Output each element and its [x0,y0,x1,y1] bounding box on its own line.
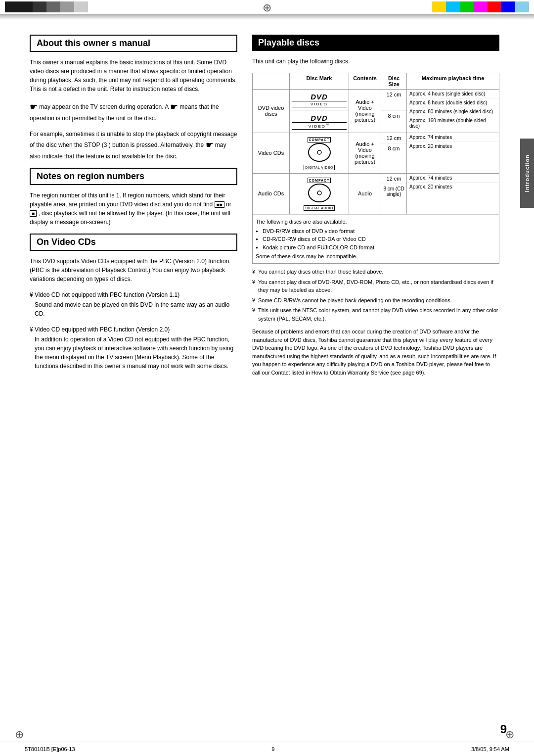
video-text-small: VIDEO™ [292,122,347,130]
note-item-4: This unit uses the NTSC color system, an… [252,306,499,323]
hand-icon-3: ☛ [206,140,214,150]
dvd-times-cell: Approx. 4 hours (single sided disc) Appr… [407,90,499,133]
sidebar-label-text: Introduction [524,154,530,192]
acd-logo: COMPACT DIGITAL AUDIO [304,177,335,211]
note-item-3: Some CD-R/RWs cannot be played back depe… [252,296,499,305]
footer-left-text: 5T80101B [E]p06-13 [25,746,75,752]
color-swatch-lightblue [515,1,529,12]
about-title: About this owner s manual [37,38,150,48]
acd-size-8cm: 8 cm (CD single) [381,184,406,199]
dvd-contents: Audio + Video (moving pictures) [349,90,381,133]
top-crosshair-icon: ⊕ [263,1,271,14]
color-swatch-cyan [446,1,460,12]
acd-size-12cm: 12 cm [381,174,406,184]
col-header-time: Maximum playback time [407,73,499,89]
color-swatch-red [488,1,501,12]
color-swatch-yellow [432,1,446,12]
dvd-text-large: DVD [292,93,347,101]
dvd-marks-cell: DVD VIDEO DVD VIDEO™ [290,90,349,133]
hand-icon-2: ☛ [170,102,178,112]
acd-contents: Audio [349,174,381,214]
sidebar-introduction: Introduction [520,139,534,208]
footer-right-text: 3/8/05, 9:54 AM [471,746,509,752]
vcd-size-12cm: 12 cm [381,133,406,143]
color-swatch-magenta [474,1,488,12]
disc-circle-vcd [304,142,335,164]
col-header-size: Disc Size [381,73,407,89]
note-item-1: You cannot play discs other than those l… [252,268,499,276]
col-header-empty [253,73,290,89]
right-column: Playable discs This unit can play the fo… [252,35,499,378]
dvd-size-8cm: 8 cm [381,111,406,132]
about-section-header: About this owner s manual [30,35,237,52]
vcd-time-1: Approx. 74 minutes [407,133,499,142]
disc-row-dvd: DVD video discs DVD VIDEO DVD VIDEO™ Aud… [253,90,499,133]
playable-title: Playable discs [258,38,319,47]
region-icon-2: ■ [30,210,37,217]
notes-body: The region number of this unit is 1. If … [30,191,237,227]
left-column: About this owner s manual This owner s m… [30,35,237,378]
video-cd-item-1: ¥ Video CD not equipped with PBC functio… [30,290,237,318]
vcd-times-cell: Approx. 74 minutes Approx. 20 minutes [407,133,499,173]
disc-table: Disc Mark Contents Disc Size Maximum pla… [252,73,499,264]
col-header-contents: Contents [349,73,381,89]
color-swatch-medgray [46,1,60,12]
acd-times-cell: Approx. 74 minutes Approx. 20 minutes [407,174,499,214]
about-body3: For example, sometimes it is unable to s… [30,130,237,161]
video-cd-item1-title: ¥ Video CD not equipped with PBC functio… [30,290,237,299]
about-body2: ☛ may appear on the TV screen during ope… [30,100,237,123]
vcd-sizes-cell: 12 cm 8 cm [381,133,407,173]
gradient-divider [0,14,534,20]
dvd-sizes-cell: 12 cm 8 cm [381,90,407,133]
on-video-body1: This DVD supports Video CDs equipped wit… [30,257,237,284]
footer: 5T80101B [E]p06-13 9 3/8/05, 9:54 AM [0,742,534,756]
digital-audio-label: DIGITAL AUDIO [304,205,335,211]
footer-center-text: 9 [271,746,274,752]
about-body1: This owner s manual explains the basic i… [30,58,237,94]
svg-point-2 [309,184,330,202]
main-content: About this owner s manual This owner s m… [0,20,534,392]
color-swatch-blue [501,1,515,12]
video-text-large: VIDEO [292,101,347,107]
notes-title: Notes on region numbers [37,171,144,181]
vcd-logo: COMPACT DIGITAL VIDEO [304,136,335,170]
vcd-contents: Audio + Video (moving pictures) [349,133,381,173]
svg-point-0 [309,143,330,161]
disc-row-vcd: Video CDs COMPACT DIGITAL VIDEO [253,133,499,174]
digital-video-label: DIGITAL VIDEO [304,165,335,170]
acd-time-1: Approx. 74 minutes [407,174,499,183]
color-swatch-black1 [5,1,19,12]
on-video-section-header: On Video CDs [30,234,237,251]
acd-row-label: Audio CDs [253,174,290,214]
available-list: DVD-R/RW discs of DVD video format CD-R/… [256,227,496,252]
vcd-size-8cm: 8 cm [381,143,406,153]
playable-section-header: Playable discs [252,35,499,51]
dvd-time-4: Approx. 160 minutes (double sided disc) [407,116,499,130]
video-cd-item1-body: Sound and movie can be played on this DV… [30,300,237,318]
note-item-2: You cannot play discs of DVD-RAM, DVD-RO… [252,278,499,294]
acd-time-2: Approx. 20 minutes [407,183,499,191]
video-cd-item2-title: ¥ Video CD equipped with PBC function (V… [30,325,237,334]
playable-intro: This unit can play the following discs. [252,57,499,66]
disc-table-header: Disc Mark Contents Disc Size Maximum pla… [253,73,499,90]
playable-notes-list: You cannot play discs other than those l… [252,268,499,323]
on-video-title: On Video CDs [37,237,96,247]
video-cd-item2-body: In addition to operation of a Video CD n… [30,335,237,371]
dvd-logo-large: DVD VIDEO [290,90,349,111]
avail-item-2: CD-R/CD-RW discs of CD-DA or Video CD [256,235,496,243]
color-swatch-darkgray [33,1,46,12]
vcd-time-2: Approx. 20 minutes [407,142,499,150]
avail-item-3: Kodak picture CD and FUJICOLOR CD format [256,243,496,252]
dvd-logo-small: DVD VIDEO™ [290,111,349,133]
dvd-time-2: Approx. 8 hours (double sided disc) [407,98,499,107]
dvd-time-3: Approx. 80 minutes (single sided disc) [407,107,499,116]
color-swatch-white [74,1,88,12]
dvd-row-label: DVD video discs [253,90,290,133]
col-header-disc-mark: Disc Mark [290,73,349,89]
color-swatch-lightgray [60,1,74,12]
dvd-time-1: Approx. 4 hours (single sided disc) [407,90,499,98]
video-cd-item-2: ¥ Video CD equipped with PBC function (V… [30,325,237,371]
bottom-paragraph: Because of problems and errors that can … [252,328,499,377]
compact-label-acd: COMPACT [308,178,331,183]
available-note: Some of these discs may be incompatible. [256,253,496,259]
